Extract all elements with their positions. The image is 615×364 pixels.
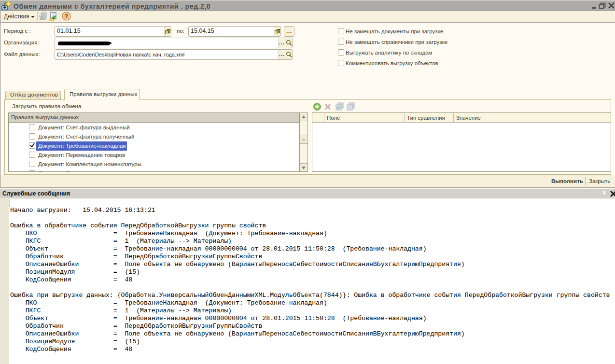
svg-text:?: ? [65,13,68,20]
